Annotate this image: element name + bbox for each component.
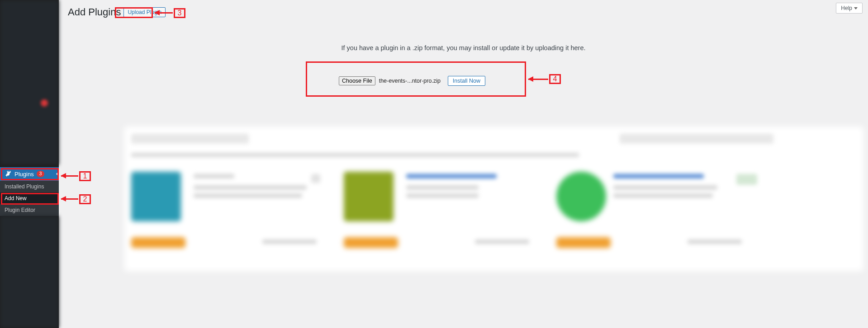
annotation-box-4 [306, 61, 526, 97]
annotation-box-1 [1, 168, 59, 180]
plugin-card-thumb-blurred [556, 172, 606, 221]
blurred-text [194, 185, 307, 190]
annotation-number-3: 3 [174, 8, 185, 18]
sidebar-item-plugin-editor[interactable]: Plugin Editor [0, 204, 59, 216]
main-content: Help Add Plugins Upload Plugin If you ha… [59, 0, 868, 328]
blurred-text [194, 174, 234, 178]
filter-tabs-blurred [131, 134, 249, 144]
blurred-text [262, 239, 317, 244]
plugin-card-stars-blurred [556, 237, 611, 248]
annotation-arrow-4 [528, 79, 548, 80]
annotation-arrow-2 [61, 198, 78, 200]
search-plugins-blurred [620, 134, 773, 144]
plugin-card-thumb-blurred [344, 172, 394, 221]
blurred-text [406, 193, 479, 198]
annotation-number-2: 2 [79, 194, 91, 204]
blurred-text [613, 185, 717, 190]
sidebar-blurred-top [0, 0, 59, 165]
plugin-directory-blurred [124, 127, 863, 271]
page-title: Add Plugins [68, 6, 121, 18]
plugin-card-stars-blurred [344, 237, 398, 248]
sidebar-badge-blur [41, 99, 48, 107]
blurred-text [311, 174, 320, 183]
plugin-card-thumb-blurred [131, 172, 181, 221]
blurred-text [194, 193, 302, 198]
help-label: Help [841, 5, 852, 11]
sidebar-blurred-bottom [0, 216, 59, 328]
blurred-text [475, 239, 529, 244]
blurred-text [688, 239, 742, 244]
blurred-text [613, 174, 704, 178]
annotation-number-4: 4 [549, 74, 561, 84]
annotation-arrow-3 [155, 12, 173, 14]
blurred-text [406, 174, 497, 178]
help-tab-button[interactable]: Help [836, 3, 863, 14]
blurred-text [613, 193, 713, 198]
caret-down-icon [854, 7, 858, 9]
sidebar-item-installed-plugins[interactable]: Installed Plugins [0, 181, 59, 192]
annotation-box-3 [115, 7, 153, 18]
upload-instruction-text: If you have a plugin in a .zip format, y… [341, 44, 585, 52]
blurred-text [736, 174, 757, 185]
annotation-arrow-1 [61, 175, 78, 177]
annotation-box-2 [1, 193, 59, 205]
plugin-card-stars-blurred [131, 237, 185, 248]
annotation-number-1: 1 [79, 171, 91, 181]
admin-sidebar: Plugins 3 Installed Plugins Add New Plug… [0, 0, 59, 328]
blurred-text [406, 185, 479, 190]
results-line-blurred [131, 153, 579, 157]
